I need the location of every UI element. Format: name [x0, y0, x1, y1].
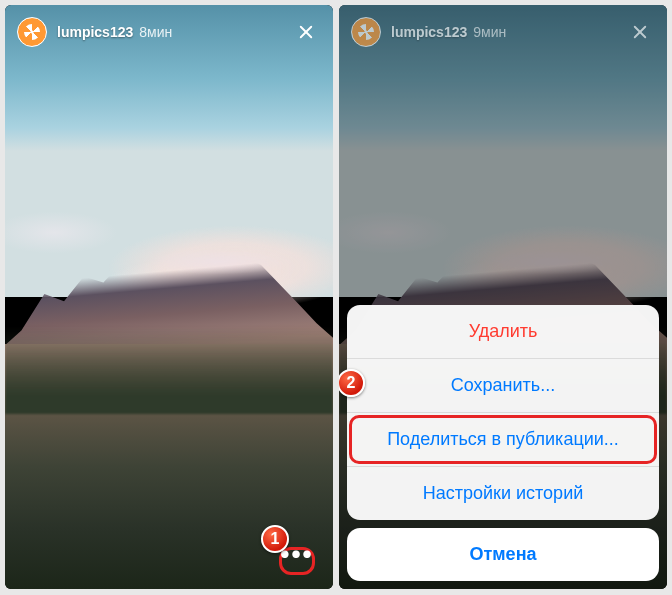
- sheet-story-settings-button[interactable]: Настройки историй: [347, 466, 659, 520]
- more-options-button[interactable]: •••: [279, 547, 315, 575]
- sheet-delete-button[interactable]: Удалить: [347, 305, 659, 358]
- action-sheet: Удалить Сохранить... Поделиться в публик…: [347, 305, 659, 581]
- username-label[interactable]: lumpics123: [391, 24, 467, 40]
- time-ago-label: 9мин: [473, 24, 506, 40]
- sheet-save-button[interactable]: Сохранить...: [347, 358, 659, 412]
- avatar[interactable]: [351, 17, 381, 47]
- story-image: [5, 5, 333, 589]
- story-header: lumpics123 9мин: [339, 5, 667, 59]
- phone-screen-right: lumpics123 9мин Удалить Сохранить... Под…: [339, 5, 667, 589]
- avatar[interactable]: [17, 17, 47, 47]
- story-header: lumpics123 8мин: [5, 5, 333, 59]
- more-dots-icon: •••: [280, 539, 313, 570]
- close-icon[interactable]: [293, 19, 319, 45]
- sheet-share-post-label: Поделиться в публикации...: [387, 429, 619, 449]
- time-ago-label: 8мин: [139, 24, 172, 40]
- sheet-share-post-button[interactable]: Поделиться в публикации...: [347, 412, 659, 466]
- sheet-cancel-button[interactable]: Отмена: [347, 528, 659, 581]
- phone-screen-left: lumpics123 8мин ••• 1: [5, 5, 333, 589]
- close-icon[interactable]: [627, 19, 653, 45]
- username-label[interactable]: lumpics123: [57, 24, 133, 40]
